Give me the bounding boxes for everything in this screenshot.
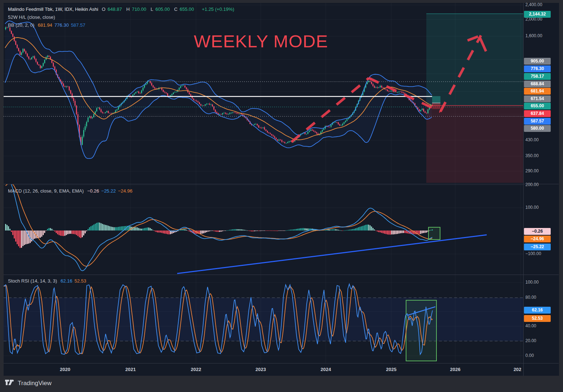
macd-badge: −25.22 xyxy=(524,244,551,250)
time-label-2024: 2024 xyxy=(318,367,334,372)
change-value: +1.25 (+0.19%) xyxy=(202,7,234,12)
time-axis-border xyxy=(4,363,559,363)
bb-indicator-label[interactable]: BB (20, 2, 0) xyxy=(8,22,34,28)
bb-value-1: 776.30 xyxy=(54,22,69,28)
stoch-band-layer xyxy=(4,298,523,341)
stoch-value-1: 52.53 xyxy=(74,278,86,284)
tradingview-logo-icon xyxy=(5,380,15,387)
price-badge: 905.00 xyxy=(524,58,551,65)
stoch-badge: 62.16 xyxy=(524,307,551,314)
tradingview-chart-window: Malindo Feedmill Tbk, 1W, IDX, Heikin As… xyxy=(0,0,563,392)
time-label-2026: 2026 xyxy=(447,367,463,372)
tradingview-logo[interactable]: TradingView xyxy=(5,380,52,387)
macd-tick: −100.00 xyxy=(525,251,541,256)
macd-badge: −24.96 xyxy=(524,236,551,242)
symbol-title[interactable]: Malindo Feedmill Tbk, 1W, IDX, Heikin As… xyxy=(8,7,98,12)
price-tick: 290.00 xyxy=(525,168,539,173)
macd-indicator-label[interactable]: MACD (12, 26, close, 9, EMA, EMA) xyxy=(8,188,84,194)
ohlc-values: O648.87H710.00L605.00C655.00 xyxy=(102,7,198,12)
ohlc-h: H710.00 xyxy=(126,7,148,12)
price-badge: 637.84 xyxy=(524,110,551,117)
macd-badge: −0.26 xyxy=(524,228,551,235)
stoch-tick: 80.00 xyxy=(525,295,536,300)
stoch-indicator-legend[interactable]: Stoch RSI (14, 14, 3, 3) 62.1652.53 xyxy=(8,278,91,284)
price-tick: 2,400.00 xyxy=(525,2,542,7)
macd-value-1: −25.22 xyxy=(101,188,116,194)
macd-value-0: −0.26 xyxy=(87,188,99,194)
ohlc-l: L605.00 xyxy=(150,7,172,12)
price-badge: 2,144.32 xyxy=(524,11,551,18)
macd-values: −0.26−25.22−24.96 xyxy=(87,188,135,194)
panel-separator-macd[interactable] xyxy=(4,184,559,184)
stoch-tick: 0.00 xyxy=(525,353,534,358)
macd-tick: 100.00 xyxy=(525,205,539,210)
bb-indicator-legend[interactable]: BB (20, 2, 0) 681.94776.30587.57 xyxy=(8,22,90,28)
price-tick: 430.00 xyxy=(525,137,539,142)
position-overlay-layer xyxy=(426,14,523,183)
price-badge: 655.00 xyxy=(524,103,551,109)
stoch-tick: 40.00 xyxy=(525,323,536,328)
macd-value-2: −24.96 xyxy=(118,188,132,194)
price-badge: 681.94 xyxy=(524,88,551,95)
macd-indicator-legend[interactable]: MACD (12, 26, close, 9, EMA, EMA) −0.26−… xyxy=(8,188,137,194)
ohlc-c: C655.00 xyxy=(174,7,196,12)
mini-position-layer xyxy=(432,96,440,109)
bb-value-0: 681.94 xyxy=(38,22,52,28)
hl-indicator-label[interactable]: 52W H/L (close, close) xyxy=(8,14,55,20)
time-label-202: 202 xyxy=(509,367,525,372)
bb-values: 681.94776.30587.57 xyxy=(38,22,88,28)
stoch-badge: 52.53 xyxy=(524,315,551,322)
time-label-2020: 2020 xyxy=(57,367,73,372)
chart-canvas[interactable] xyxy=(0,0,563,392)
ohlc-o: O648.87 xyxy=(102,7,124,12)
price-badge: 587.57 xyxy=(524,118,551,125)
stoch-tick: 100.00 xyxy=(525,280,539,285)
price-badge: 688.84 xyxy=(524,81,551,87)
stoch-values: 62.1652.53 xyxy=(60,278,88,284)
time-label-2022: 2022 xyxy=(188,367,204,372)
price-badge: 580.00 xyxy=(524,125,551,132)
main-symbol-legend[interactable]: Malindo Feedmill Tbk, 1W, IDX, Heikin As… xyxy=(8,7,236,12)
price-badge: 776.30 xyxy=(524,65,551,72)
price-tick: 350.00 xyxy=(525,153,539,158)
time-label-2025: 2025 xyxy=(383,367,399,372)
bb-value-2: 587.57 xyxy=(71,22,85,28)
macd-tick: 200.00 xyxy=(525,182,539,187)
hl-indicator-legend[interactable]: 52W H/L (close, close) xyxy=(8,14,57,20)
stoch-value-0: 62.16 xyxy=(60,278,72,284)
time-label-2023: 2023 xyxy=(253,367,269,372)
price-badge: 758.17 xyxy=(524,73,551,80)
price-badge: 671.54 xyxy=(524,95,551,102)
panel-separator-stoch[interactable] xyxy=(4,275,559,275)
time-label-2021: 2021 xyxy=(123,367,138,372)
stoch-tick: 20.00 xyxy=(525,338,536,343)
stoch-indicator-label[interactable]: Stoch RSI (14, 14, 3, 3) xyxy=(8,278,57,284)
price-tick: 1,600.00 xyxy=(525,33,542,38)
weekly-mode-annotation[interactable]: WEEKLY MODE xyxy=(194,31,328,51)
tradingview-logo-text: TradingView xyxy=(18,380,52,387)
